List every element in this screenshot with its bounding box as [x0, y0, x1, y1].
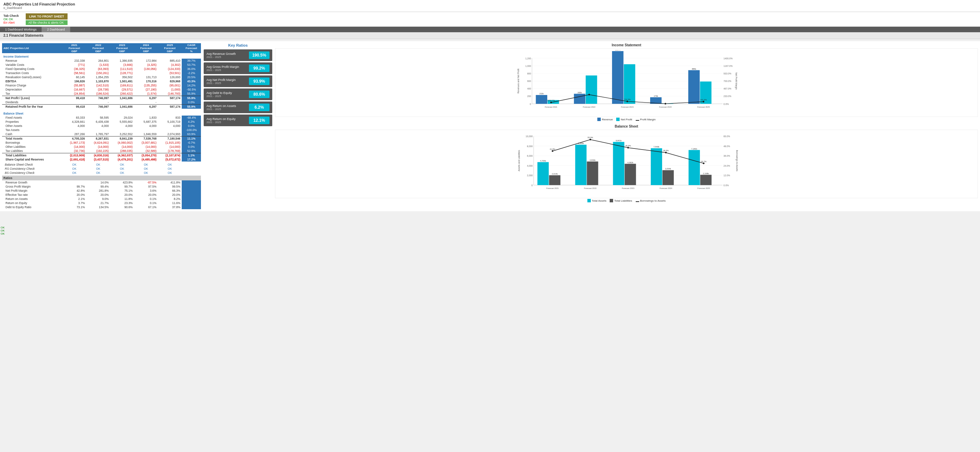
svg-text:2,000: 2,000 — [527, 174, 533, 177]
legend-profit-margin: Profit Margin — [636, 118, 655, 121]
svg-text:Assets and Liabilities: Assets and Liabilities — [518, 150, 520, 172]
tab-check-label: Tab Check — [3, 14, 19, 18]
svg-text:710.3%: 710.3% — [624, 99, 631, 100]
ratio-card: Avg Debt to Equity 2021 - 2025 80.6% — [204, 89, 272, 100]
svg-text:55.9%: 55.9% — [587, 137, 593, 138]
svg-rect-32 — [624, 64, 635, 103]
legend-revenue: Revenue — [597, 118, 613, 121]
svg-point-46 — [665, 103, 666, 105]
svg-text:Forecast 2022: Forecast 2022 — [584, 187, 596, 189]
svg-point-44 — [589, 94, 590, 95]
nav-bar: 1 Dashboard Workings 2 Dashboard — [0, 27, 980, 32]
col-cagr: CAGRForecast% — [182, 43, 201, 53]
svg-text:232k: 232k — [539, 92, 544, 95]
svg-text:39.9%: 39.9% — [663, 150, 669, 151]
svg-text:Forecast 2023: Forecast 2023 — [622, 187, 634, 189]
legend-total-assets: Total Assets — [587, 199, 606, 202]
svg-text:8,841k: 8,841k — [616, 140, 622, 142]
legend-borrow-label: Borrowings to Assets — [640, 199, 666, 202]
link-button-group: LINK TO FRONT SHEET All file checks & al… — [26, 13, 68, 25]
ratio-cards: Avg Revenue Growth 2021 - 2025 190.5% Av… — [204, 49, 272, 126]
right-panel: Key Ratios Avg Revenue Growth 2021 - 202… — [204, 43, 978, 209]
col-2024: 2024ForecastGBP — [134, 43, 158, 53]
svg-text:2,014k: 2,014k — [552, 173, 558, 175]
svg-text:60.0%: 60.0% — [724, 135, 730, 137]
ratio-card: Avg Revenue Growth 2021 - 2025 190.5% — [204, 49, 272, 61]
svg-point-106 — [703, 162, 705, 164]
svg-text:0: 0 — [531, 184, 533, 186]
legend-borrow-color — [636, 201, 639, 202]
svg-rect-27 — [574, 94, 585, 103]
svg-text:341.9%: 341.9% — [700, 99, 707, 101]
svg-text:45.9%: 45.9% — [625, 145, 631, 147]
svg-text:Forecast 2025: Forecast 2025 — [697, 106, 710, 108]
svg-rect-78 — [575, 145, 586, 185]
svg-rect-83 — [613, 142, 624, 185]
charts-panel: Income Statement 00.0%200233.0%400467.0%… — [275, 43, 978, 209]
svg-text:Forecast 2025: Forecast 2025 — [697, 187, 710, 189]
income-chart-title: Income Statement — [275, 43, 978, 47]
col-2025: 2025ForecastGBP — [158, 43, 182, 53]
svg-text:10,000: 10,000 — [526, 135, 533, 137]
ok-value: OK — [9, 18, 13, 21]
legend-assets-color — [587, 199, 591, 202]
legend-revenue-color — [597, 118, 601, 121]
svg-text:26.7%: 26.7% — [701, 161, 706, 162]
nav-item-1[interactable]: 1 Dashboard Workings — [0, 27, 42, 32]
svg-rect-84 — [625, 164, 636, 185]
svg-text:400: 400 — [527, 88, 531, 90]
svg-text:200: 200 — [527, 95, 531, 97]
alert-ok-badge: All file checks & alerts OK — [26, 20, 68, 25]
legend-net-profit-color — [616, 118, 620, 121]
income-chart-container: 00.0%200233.0%400467.0%600700.0%800933.0… — [275, 48, 978, 117]
balance-chart-legend: Total Assets Total Liabilities Borrowing… — [275, 199, 978, 202]
svg-text:1400.0%: 1400.0% — [724, 57, 732, 60]
svg-point-45 — [627, 100, 628, 102]
svg-text:885k: 885k — [692, 68, 696, 70]
svg-text:265k: 265k — [578, 92, 582, 94]
ratio-card: Avg Gross Profit Margin 2021 - 2025 99.2… — [204, 62, 272, 74]
legend-revenue-label: Revenue — [602, 118, 613, 121]
svg-text:0: 0 — [530, 103, 531, 105]
svg-text:1,000: 1,000 — [525, 65, 531, 67]
legend-liab-label: Total Liabilities — [614, 199, 632, 202]
svg-point-98 — [552, 150, 554, 152]
svg-text:3,054k: 3,054k — [665, 168, 671, 170]
svg-text:7,540k: 7,540k — [654, 146, 659, 148]
col-2021: 2021ForecastGBP — [62, 43, 86, 53]
svg-text:4,830k: 4,830k — [589, 159, 595, 161]
svg-text:Revenues and Net Profit: Revenues and Net Profit — [517, 68, 520, 94]
key-ratios-panel: Key Ratios Avg Revenue Growth 2021 - 202… — [204, 43, 272, 209]
svg-text:Forecast 2021: Forecast 2021 — [545, 106, 557, 108]
err-value: Alert — [8, 21, 15, 24]
balance-chart-title: Balance Sheet — [275, 124, 978, 128]
svg-text:0.0%: 0.0% — [724, 184, 729, 186]
svg-text:933.0%: 933.0% — [724, 72, 732, 75]
app-subtitle: o_Dashboard — [3, 6, 977, 10]
svg-text:Forecast 2024: Forecast 2024 — [660, 187, 672, 189]
key-ratios-title: Key Ratios — [204, 43, 272, 47]
legend-assets-label: Total Assets — [592, 199, 606, 202]
svg-text:6,000: 6,000 — [527, 155, 533, 157]
svg-point-43 — [550, 102, 552, 103]
svg-text:1,200: 1,200 — [525, 57, 531, 60]
svg-text:1387k: 1387k — [615, 50, 620, 51]
svg-rect-23 — [536, 95, 547, 104]
svg-point-102 — [627, 147, 629, 148]
svg-text:4,362k: 4,362k — [627, 162, 633, 164]
svg-text:173k: 173k — [654, 95, 658, 97]
svg-rect-28 — [585, 75, 597, 104]
ratio-card: Avg Net Profit Margin 2021 - 2025 93.9% — [204, 75, 272, 87]
svg-text:1167.0%: 1167.0% — [724, 65, 732, 67]
svg-rect-31 — [612, 51, 624, 104]
link-to-front-sheet-button[interactable]: LINK TO FRONT SHEET — [26, 13, 68, 19]
top-header: ABC Properties Ltd Financial Projection … — [0, 0, 980, 12]
err-label: Err — [3, 21, 8, 24]
svg-rect-93 — [689, 150, 700, 185]
svg-text:36.0%: 36.0% — [724, 155, 730, 157]
nav-item-2[interactable]: 2 Dashboard — [42, 27, 70, 32]
ratio-card: Avg Return on Assets 2021 - 2025 6.2% — [204, 102, 272, 113]
tab-check-section: Tab Check OK OK Err Alert — [3, 14, 19, 24]
svg-point-47 — [703, 101, 704, 103]
col-2023: 2023ForecastGBP — [110, 43, 134, 53]
